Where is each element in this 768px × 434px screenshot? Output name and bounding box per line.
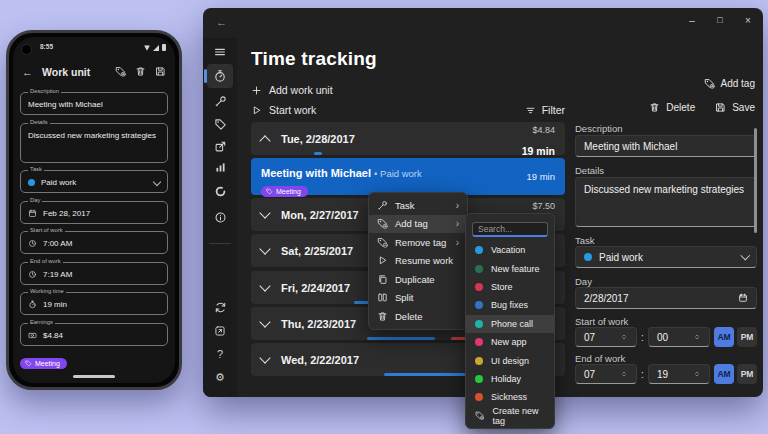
tag-item-vacation[interactable]: Vacation <box>466 241 554 259</box>
start-am-toggle[interactable]: AM <box>714 327 734 347</box>
details-textarea[interactable]: Discussed new marketing strategies <box>575 177 757 227</box>
back-icon[interactable]: ← <box>22 66 33 78</box>
filter-label: Filter <box>542 104 565 116</box>
maximize-button[interactable]: □ <box>711 15 729 25</box>
phone-screen: 8:55 ← Work unit Description <box>13 37 175 383</box>
tag-chip-meeting[interactable]: Meeting <box>20 358 67 369</box>
details-field[interactable]: Details Discussed new marketing strategi… <box>20 123 168 163</box>
tag-color-dot <box>475 338 483 346</box>
add-tag-icon[interactable] <box>115 66 126 77</box>
end-am-toggle[interactable]: AM <box>714 364 734 384</box>
sidebar-item-reports[interactable] <box>207 179 233 203</box>
end-minute-stepper[interactable]: 19 <box>648 364 710 384</box>
tag-item-holiday[interactable]: Holiday <box>466 370 554 388</box>
description-field[interactable]: Description Meeting with Michael <box>20 92 168 115</box>
tag-item-new-feature[interactable]: New feature <box>466 259 554 277</box>
start-of-work-label: Start of work <box>575 316 628 327</box>
tag-color-dot <box>475 246 483 254</box>
copy-icon <box>377 274 388 285</box>
start-minute-stepper[interactable]: 00 <box>648 327 710 347</box>
end-minute-value: 19 <box>657 369 668 380</box>
work-unit-duration: 19 min <box>526 171 555 182</box>
search-input[interactable] <box>472 222 548 237</box>
tag-chip-meeting[interactable]: Meeting <box>261 186 308 197</box>
sidebar-item-statistics[interactable] <box>207 155 233 179</box>
field-label: Task <box>28 167 44 173</box>
sidebar-item-tags[interactable] <box>207 112 233 136</box>
start-hour-stepper[interactable]: 07 <box>575 327 637 347</box>
tag-item-bug-fixes[interactable]: Bug fixes <box>466 296 554 314</box>
tag-item-sickness[interactable]: Sickness <box>466 388 554 406</box>
tag-item-store[interactable]: Store <box>466 278 554 296</box>
donut-chart-icon <box>214 185 227 198</box>
end-pm-toggle[interactable]: PM <box>737 364 757 384</box>
create-new-tag-button[interactable]: Create new tag <box>466 407 554 425</box>
description-input[interactable]: Meeting with Michael <box>575 135 757 157</box>
save-button[interactable]: Save <box>715 102 755 113</box>
day-label: Thu, 2/23/2017 <box>281 318 356 330</box>
day-label: Fri, 2/24/2017 <box>281 282 350 294</box>
menu-item-split[interactable]: Split <box>369 289 467 308</box>
close-button[interactable]: × <box>739 15 757 26</box>
trash-icon <box>377 311 388 322</box>
start-pm-toggle[interactable]: PM <box>737 327 757 347</box>
add-work-unit-button[interactable]: Add work unit <box>251 84 333 96</box>
context-menu: Task › Add tag › Remove tag › Resume wor… <box>368 192 468 330</box>
working-time-field[interactable]: Working time 19 min <box>20 292 168 315</box>
title-bar: ← – □ × <box>203 8 763 38</box>
description-label: Description <box>575 123 623 134</box>
time-separator: : <box>641 369 644 380</box>
tag-name: UI design <box>491 356 529 366</box>
add-tag-icon <box>704 78 715 89</box>
menu-item-add-tag[interactable]: Add tag › <box>369 215 467 234</box>
delete-icon[interactable] <box>135 66 146 77</box>
tag-name: Bug fixes <box>491 300 528 310</box>
tag-item-new-app[interactable]: New app <box>466 333 554 351</box>
description-value: Meeting with Michael <box>584 141 677 152</box>
tag-item-ui-design[interactable]: UI design <box>466 351 554 369</box>
screenshot-stage: 8:55 ← Work unit Description <box>0 0 768 434</box>
battery-icon <box>162 44 166 51</box>
work-unit-row-selected[interactable]: Meeting with Michael • Paid work Meeting… <box>251 158 565 195</box>
work-unit-title: Meeting with Michael • Paid work <box>261 167 422 179</box>
minimize-button[interactable]: – <box>683 15 701 26</box>
save-icon[interactable] <box>155 66 166 77</box>
earnings-field[interactable]: Earnings $4.84 <box>20 323 168 346</box>
menu-item-delete[interactable]: Delete <box>369 307 467 326</box>
updown-icon <box>693 333 701 341</box>
task-select[interactable]: Paid work <box>575 246 757 268</box>
wrench-icon <box>377 200 388 211</box>
add-tag-button[interactable]: Add tag <box>704 78 755 89</box>
day-label: Tue, 2/28/2017 <box>281 133 355 145</box>
home-indicator[interactable] <box>73 375 115 378</box>
day-input[interactable]: 2/28/2017 <box>575 287 757 309</box>
start-work-button[interactable]: Start work <box>251 104 316 116</box>
menu-item-remove-tag[interactable]: Remove tag › <box>369 233 467 252</box>
menu-icon[interactable] <box>207 40 233 64</box>
sidebar-item-time-tracking[interactable] <box>207 64 233 88</box>
menu-item-task[interactable]: Task › <box>369 196 467 215</box>
day-field[interactable]: Day Feb 28, 2017 <box>20 201 168 224</box>
menu-item-resume-work[interactable]: Resume work <box>369 252 467 271</box>
sidebar-item-info[interactable] <box>207 205 233 229</box>
sidebar-item-help[interactable]: ? <box>207 342 233 366</box>
back-icon[interactable]: ← <box>216 16 227 28</box>
play-icon <box>251 105 262 116</box>
sidebar-item-sync[interactable] <box>207 295 233 319</box>
sidebar-item-tasks[interactable] <box>207 89 233 113</box>
sidebar-item-settings[interactable]: ⚙ <box>207 365 233 389</box>
end-of-work-field[interactable]: End of work 7:19 AM <box>20 262 168 285</box>
menu-item-duplicate[interactable]: Duplicate <box>369 270 467 289</box>
trash-icon <box>649 102 660 113</box>
day-group-row[interactable]: Tue, 2/28/2017 $4.84 19 min <box>251 122 565 155</box>
task-select[interactable]: Task Paid work <box>20 170 168 193</box>
delete-button[interactable]: Delete <box>649 102 695 113</box>
tag-item-phone-call[interactable]: Phone call <box>466 315 554 333</box>
end-hour-stepper[interactable]: 07 <box>575 364 637 384</box>
sidebar-item-app[interactable] <box>207 319 233 343</box>
page-title: Work unit <box>42 66 106 78</box>
tag-name: Holiday <box>491 374 521 384</box>
filter-button[interactable]: Filter <box>525 104 565 116</box>
start-of-work-field[interactable]: Start of work 7:00 AM <box>20 231 168 254</box>
panel-scrollbar[interactable] <box>754 128 757 233</box>
